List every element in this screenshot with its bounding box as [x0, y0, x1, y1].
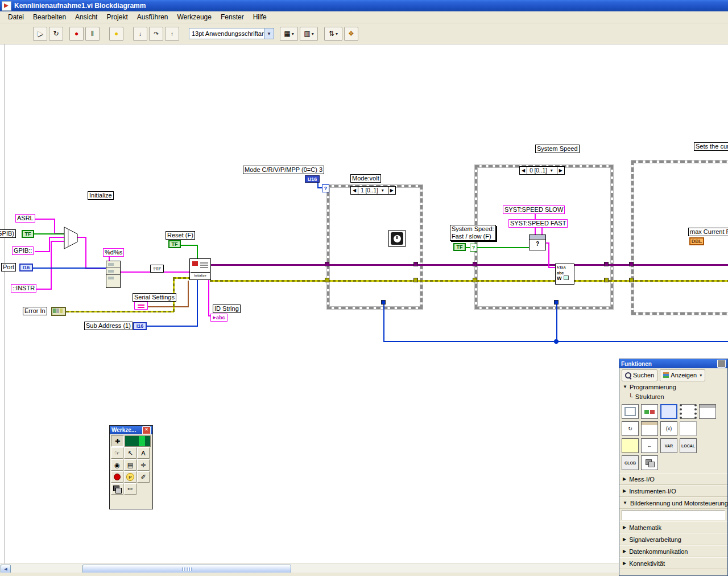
distribute-objects-button[interactable]: ▥▾ [300, 27, 318, 41]
font-selector[interactable]: 13pt Anwendungsschriftart ▼ [189, 28, 274, 39]
palette-category-datenkommunikation[interactable]: ▶ Datenkommunikation [619, 545, 727, 557]
tool-auto-led[interactable] [125, 435, 151, 447]
selector-prev-icon[interactable]: ◀ [351, 188, 358, 193]
initialize-vi[interactable]: Initialize [189, 258, 211, 280]
comment-icon[interactable] [622, 438, 639, 453]
i16-terminal-sub-address[interactable]: I16 [133, 322, 147, 330]
serial-settings-constant[interactable] [134, 302, 148, 310]
wire-reset[interactable] [181, 245, 198, 246]
title-bar[interactable]: Kennlinienaufnahme1.vi Blockdiagramm [0, 0, 728, 11]
decorations-icon[interactable] [641, 455, 658, 470]
flat-sequence-icon[interactable] [680, 404, 697, 419]
wire-visa-resource[interactable] [210, 264, 728, 266]
tool-probe[interactable]: P [124, 471, 136, 483]
local-variable-icon[interactable]: LOCAL [680, 438, 697, 453]
reorder-button[interactable]: ⇅▾ [324, 27, 342, 41]
view-button[interactable]: Anzeigen ▾ [660, 369, 705, 381]
abort-button[interactable]: ● [69, 27, 84, 41]
menu-ansicht[interactable]: Ansicht [71, 12, 102, 22]
step-into-button[interactable]: ↓ [133, 27, 147, 41]
functions-palette[interactable]: Funktionen Suchen Anzeigen ▾ ▼ Programmi… [619, 359, 728, 576]
formula-node-icon[interactable]: (x) [660, 421, 677, 436]
menu-bearbeiten[interactable]: Bearbeiten [28, 12, 71, 22]
wire-asrl[interactable] [32, 219, 55, 220]
pause-button[interactable]: ‖ [85, 27, 100, 41]
boolean-terminal-reset[interactable]: TF [168, 240, 181, 248]
event-structure-icon[interactable] [641, 421, 658, 436]
wire-speed-cmd[interactable] [548, 242, 549, 268]
tool-wiring[interactable]: ◉ [111, 459, 123, 471]
error-in-cluster-terminal[interactable] [51, 307, 66, 316]
menu-ausfuehren[interactable]: Ausführen [133, 12, 173, 22]
while-loop-icon[interactable]: ↻ [622, 421, 639, 436]
palette-category-signalverarbeitung[interactable]: ▶ Signalverarbeitung [619, 533, 727, 545]
wire-asrl[interactable] [54, 219, 55, 234]
shared-variable-icon[interactable]: VAR [660, 438, 677, 453]
close-icon[interactable]: ✕ [142, 426, 151, 434]
palette-category-mess-io[interactable]: ▶ Mess-I/O [619, 473, 727, 485]
case-structure-mode[interactable] [327, 185, 423, 309]
selector-dropdown-icon[interactable]: ▾ [549, 168, 555, 173]
palette-category-bilderkennung[interactable]: ▼ Bilderkennung und Motorsteuerung [619, 497, 727, 509]
wire-error-in[interactable] [173, 277, 190, 279]
tools-palette-titlebar[interactable]: Werkze... ✕ [110, 426, 152, 434]
step-over-button[interactable]: ↷ [149, 27, 163, 41]
tool-operate-value[interactable]: ☞ [111, 447, 123, 459]
case-structure-current[interactable] [631, 161, 728, 315]
string-constant-instr[interactable]: ::INSTR [11, 284, 36, 293]
wire-id-string[interactable] [208, 279, 209, 316]
string-indicator-id[interactable]: ▶abc [210, 314, 228, 322]
wait-timer-function[interactable] [388, 230, 406, 247]
string-constant-speed-fast[interactable]: SYST:SPEED FAST [508, 219, 568, 228]
wire-gpib[interactable] [49, 237, 64, 238]
tree-item-strukturen[interactable]: └ Strukturen [619, 392, 727, 401]
wire-serial-settings[interactable] [147, 306, 189, 307]
horizontal-scrollbar[interactable]: ◀ [0, 563, 619, 573]
string-constant-asrl[interactable]: ASRL [15, 214, 35, 223]
palette-category-konnektivitaet[interactable]: ▶ Konnektivität [619, 557, 727, 569]
wire-error-in[interactable] [66, 311, 174, 312]
timed-structure-icon[interactable] [660, 404, 677, 419]
run-button[interactable]: ▶ [33, 27, 47, 41]
wire-mode[interactable] [556, 305, 557, 342]
case-selector-speed[interactable]: ◀ 0 [0..1]▾ ▶ [519, 166, 565, 175]
step-out-button[interactable]: ↑ [165, 27, 179, 41]
wire-serial-settings[interactable] [188, 281, 189, 307]
case-selector-terminal[interactable]: ? [470, 244, 477, 252]
run-continuous-button[interactable]: ↻ [49, 27, 63, 41]
tool-auto-select[interactable]: ✚ [111, 435, 124, 447]
palette-category-mathematik[interactable]: ▶ Mathematik [619, 521, 727, 533]
palette-category-instrumenten-io[interactable]: ▶ Instrumenten-I/O [619, 485, 727, 497]
wire-sub-address[interactable] [147, 326, 198, 327]
menu-datei[interactable]: Datei [3, 12, 28, 22]
tool-position-select[interactable]: ↖ [124, 447, 136, 459]
wire-instr[interactable] [51, 241, 64, 242]
wire-sub-address[interactable] [197, 280, 198, 326]
boolean-select-constant[interactable]: ?TF [150, 265, 164, 273]
tree-item-programmierung[interactable]: ▼ Programmierung [619, 382, 727, 392]
feedback-node-icon[interactable]: ← [641, 438, 658, 453]
menu-fenster[interactable]: Fenster [216, 12, 249, 22]
align-objects-button[interactable]: ▦▾ [280, 27, 298, 41]
tool-get-color[interactable]: ✐ [137, 471, 150, 483]
wire-error-cluster[interactable] [210, 280, 728, 282]
string-constant-format[interactable]: %d%s [103, 248, 124, 257]
i16-terminal-port[interactable]: I16 [19, 264, 33, 271]
selector-next-icon[interactable]: ▶ [388, 188, 395, 193]
menu-hilfe[interactable]: Hilfe [249, 12, 271, 22]
wire-speed-select[interactable] [477, 247, 530, 248]
tool-set-color[interactable] [111, 483, 123, 495]
diagram-disable-icon[interactable] [680, 421, 697, 436]
wire-gpib[interactable] [35, 251, 50, 252]
select-function[interactable] [64, 227, 78, 249]
tool-scroll[interactable]: ✛ [137, 459, 150, 471]
string-constant-gpib[interactable]: GPIB:: [12, 246, 34, 255]
wire-reset[interactable] [197, 245, 198, 260]
tools-palette[interactable]: Werkze... ✕ ✚ ☞ ↖ A ◉ ▤ ✛ P ✐ ✏ [109, 425, 153, 509]
wire-mode[interactable] [383, 305, 384, 342]
cleanup-diagram-button[interactable]: ❖ [344, 27, 358, 41]
string-constant-speed-slow[interactable]: SYST:SPEED SLOW [503, 205, 565, 214]
wire-gpib-select[interactable] [34, 233, 64, 234]
case-selector-mode[interactable]: ◀ 1 [0..1]▾ ▶ [350, 186, 396, 195]
wire-speed-fast[interactable] [541, 227, 543, 235]
